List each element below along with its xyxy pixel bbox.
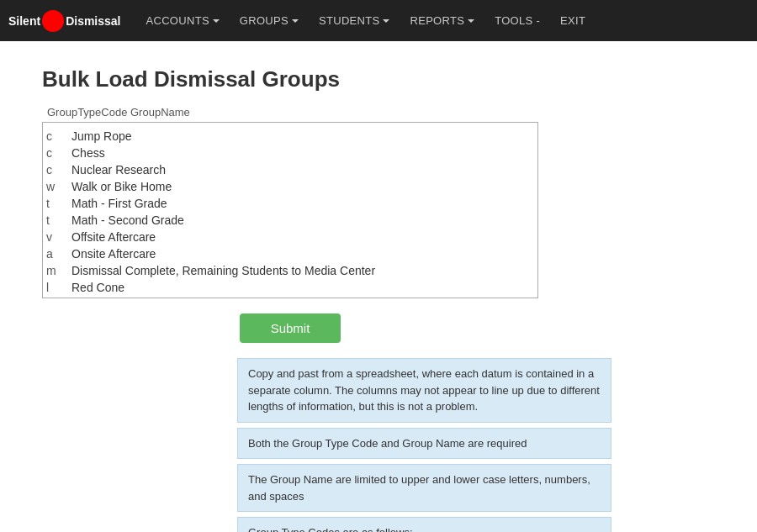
row-code: t bbox=[46, 197, 71, 210]
chevron-down-icon bbox=[383, 19, 389, 23]
submit-button[interactable]: Submit bbox=[240, 313, 341, 343]
table-row: cJump Rope bbox=[46, 128, 534, 145]
navbar: Silent Dismissal ACCOUNTS GROUPS STUDENT… bbox=[0, 0, 757, 41]
table-row: lOrange Cone bbox=[46, 296, 534, 298]
table-row: wWalk or Bike Home bbox=[46, 178, 534, 195]
nav-tools[interactable]: TOOLS - bbox=[486, 0, 548, 41]
nav-accounts[interactable]: ACCOUNTS bbox=[138, 0, 228, 41]
table-row: lRed Cone bbox=[46, 279, 534, 296]
row-name: Dismissal Complete, Remaining Students t… bbox=[71, 264, 534, 277]
nav-students[interactable]: STUDENTS bbox=[310, 0, 398, 41]
row-name: Onsite Aftercare bbox=[71, 247, 534, 261]
info-box: The Group Name are limited to upper and … bbox=[237, 464, 611, 512]
main-content: Bulk Load Dismissal Groups GroupTypeCode… bbox=[0, 41, 757, 532]
table-row: tMath - First Grade bbox=[46, 195, 534, 212]
row-name: Walk or Bike Home bbox=[71, 180, 534, 193]
table-row: tMath - Second Grade bbox=[46, 212, 534, 229]
chevron-down-icon bbox=[468, 19, 474, 23]
chevron-down-icon bbox=[292, 19, 299, 23]
row-code: a bbox=[46, 247, 71, 261]
table-row: vOffsite Aftercare bbox=[46, 229, 534, 245]
data-textarea-wrapper[interactable]: cJump RopecChesscNuclear ResearchwWalk o… bbox=[42, 122, 538, 298]
info-box: Copy and past from a spreadsheet, where … bbox=[237, 358, 611, 423]
row-code: c bbox=[46, 129, 71, 143]
table-row: aOnsite Aftercare bbox=[46, 245, 534, 262]
row-code: w bbox=[46, 180, 71, 193]
chevron-down-icon bbox=[213, 19, 220, 23]
info-box: Group Type Codes are as follows: p - Car… bbox=[237, 517, 611, 532]
info-box: Both the Group Type Code and Group Name … bbox=[237, 428, 611, 460]
row-code: c bbox=[46, 163, 71, 176]
table-row: cNuclear Research bbox=[46, 161, 534, 178]
brand-dismissal: Dismissal bbox=[66, 14, 120, 28]
row-code: m bbox=[46, 264, 71, 277]
row-name: Jump Rope bbox=[71, 129, 534, 143]
row-name: Math - Second Grade bbox=[71, 213, 534, 227]
row-code: t bbox=[46, 213, 71, 227]
info-section: Copy and past from a spreadsheet, where … bbox=[237, 358, 611, 532]
nav-exit[interactable]: EXIT bbox=[552, 0, 594, 41]
row-code: c bbox=[46, 146, 71, 160]
table-row: cChess bbox=[46, 145, 534, 161]
brand-icon bbox=[42, 10, 64, 32]
table-row: mDismissal Complete, Remaining Students … bbox=[46, 262, 534, 279]
page-title: Bulk Load Dismissal Groups bbox=[42, 66, 715, 92]
row-name: Red Cone bbox=[71, 281, 534, 294]
data-textarea[interactable]: cJump RopecChesscNuclear ResearchwWalk o… bbox=[43, 123, 537, 298]
row-name: Chess bbox=[71, 146, 534, 160]
nav-groups[interactable]: GROUPS bbox=[231, 0, 307, 41]
row-name: Nuclear Research bbox=[71, 163, 534, 176]
nav-reports[interactable]: REPORTS bbox=[401, 0, 483, 41]
row-code: l bbox=[46, 281, 71, 294]
brand-silent: Silent bbox=[8, 14, 40, 28]
row-name: Math - First Grade bbox=[71, 197, 534, 210]
row-code: v bbox=[46, 230, 71, 244]
row-name: Offsite Aftercare bbox=[71, 230, 534, 244]
column-header: GroupTypeCode GroupName bbox=[42, 106, 715, 119]
brand[interactable]: Silent Dismissal bbox=[8, 10, 121, 32]
